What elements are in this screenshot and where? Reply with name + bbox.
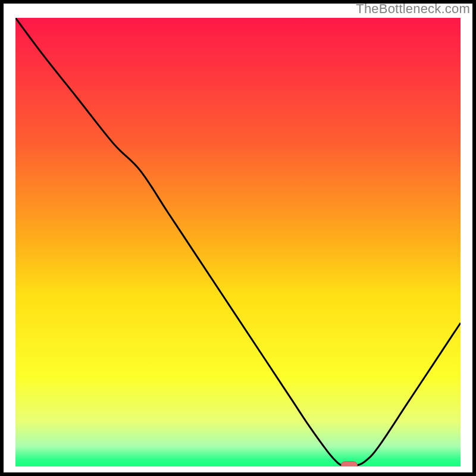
optimum-marker <box>342 462 358 469</box>
gradient-background <box>15 18 461 466</box>
bottleneck-chart <box>0 0 476 476</box>
watermark-text: TheBottleneck.com <box>356 1 470 17</box>
chart-frame: TheBottleneck.com <box>0 0 476 476</box>
